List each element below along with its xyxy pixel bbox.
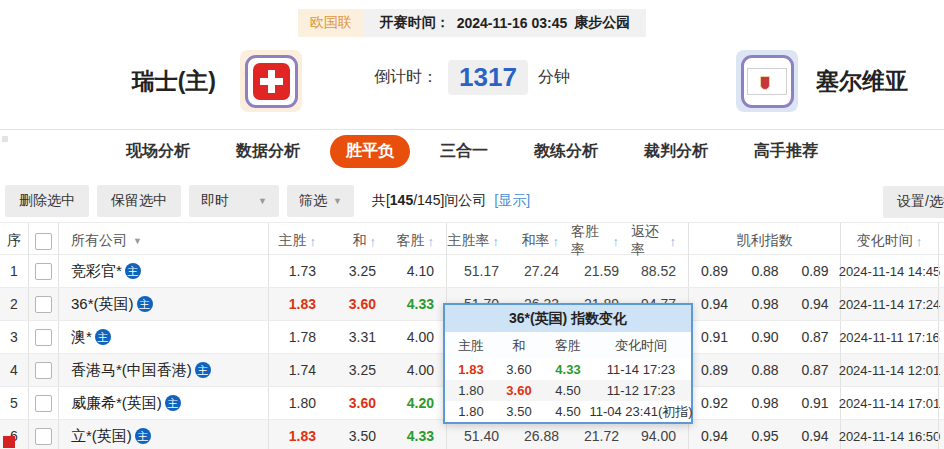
company-name: 威廉希*(英国) [71, 394, 162, 413]
odds-draw: 3.60 [328, 387, 388, 419]
header-divider [0, 129, 944, 130]
company-cell[interactable]: 竞彩官*主 [58, 255, 268, 287]
delete-selected-button[interactable]: 删除选中 [5, 185, 89, 217]
odds-away-win: 4.33 [388, 420, 446, 449]
odds-change-popup: 36*(英国) 指数变化 主胜和客胜变化时间 1.833.604.3311-14… [443, 303, 693, 424]
kelly-2: 0.98 [740, 288, 790, 320]
row-checkbox[interactable] [35, 263, 52, 280]
company-name: 香港马*(中国香港) [71, 361, 192, 380]
odds-away-win: 4.20 [388, 387, 446, 419]
row-sliver [938, 255, 944, 287]
nav-tabs: 现场分析数据分析胜平负三合一教练分析裁判分析高手推荐 [0, 133, 944, 169]
home-badge-icon: 主 [95, 329, 111, 345]
settings-button[interactable]: 设置/选择 [883, 186, 944, 218]
row-sliver [938, 354, 944, 386]
kelly-1: 0.92 [688, 387, 740, 419]
odds-draw: 3.60 [497, 362, 541, 377]
header-draw[interactable]: 和↑ [328, 223, 388, 259]
header-company[interactable]: 所有公司 ▼ [58, 223, 268, 259]
company-cell[interactable]: 36*(英国)主 [58, 288, 268, 320]
odds-home-win: 1.80 [445, 404, 497, 419]
odds-page: 欧国联 开赛时间： 2024-11-16 03:45 康步公园 瑞士(主) 倒计… [0, 0, 944, 449]
row-checkbox[interactable] [35, 296, 52, 313]
row-checkbox[interactable] [35, 428, 52, 445]
header-away-rate[interactable]: 客胜率↑ [571, 223, 631, 259]
popup-row: 1.833.604.3311-14 17:23 [445, 359, 691, 380]
header-sliver [938, 223, 944, 259]
row-checkbox-cell [28, 387, 58, 419]
caret-down-icon: ▼ [333, 196, 342, 206]
live-dropdown-label: 即时 [201, 192, 229, 210]
kelly-3: 0.91 [790, 387, 840, 419]
home-badge-icon: 主 [137, 296, 153, 312]
change-time: 2024-11-14 17:24 [840, 288, 938, 320]
return-rate: 94.00 [631, 420, 688, 449]
odds-draw: 3.60 [497, 383, 541, 398]
kelly-3: 0.94 [790, 288, 840, 320]
header-kelly: 凯利指数 [688, 223, 840, 259]
nav-tab-6[interactable]: 裁判分析 [628, 135, 724, 168]
filter-dropdown[interactable]: 筛选 ▼ [287, 185, 354, 217]
popup-change-time: 11-14 17:23 [595, 362, 687, 377]
popup-title: 36*(英国) 指数变化 [445, 305, 691, 332]
kelly-3: 0.87 [790, 321, 840, 353]
header-change-time[interactable]: 变化时间↑ [840, 223, 938, 259]
odds-home-win: 1.78 [268, 321, 328, 353]
odds-away-win: 4.50 [541, 383, 595, 398]
row-index: 5 [0, 387, 28, 419]
header-return-rate[interactable]: 返还率↑ [631, 223, 688, 259]
nav-tab-1[interactable]: 现场分析 [110, 135, 206, 168]
row-checkbox[interactable] [35, 329, 52, 346]
red-square-marker [3, 436, 15, 448]
select-all-checkbox[interactable] [35, 233, 52, 250]
sort-up-icon: ↑ [370, 234, 377, 249]
nav-tab-2[interactable]: 数据分析 [220, 135, 316, 168]
sort-up-icon: ↑ [553, 234, 560, 249]
odds-draw: 3.50 [328, 420, 388, 449]
row-checkbox-cell [28, 420, 58, 449]
nav-tab-7[interactable]: 高手推荐 [738, 135, 834, 168]
header-draw-rate[interactable]: 和率↑ [511, 223, 571, 259]
table-row: 1竞彩官*主1.733.254.1051.1727.2421.5988.520.… [0, 255, 944, 288]
header-home-win[interactable]: 主胜↑ [268, 223, 328, 259]
header-away-win[interactable]: 客胜↑ [388, 223, 446, 259]
company-count: 共[145/145]间公司 [372, 192, 486, 210]
home-badge-icon: 主 [195, 362, 211, 378]
row-index: 2 [0, 288, 28, 320]
change-time: 2024-11-14 14:45 [840, 255, 938, 287]
sort-up-icon: ↑ [670, 234, 677, 249]
company-cell[interactable]: 澳*主 [58, 321, 268, 353]
row-checkbox-cell [28, 255, 58, 287]
sort-up-icon: ↑ [613, 234, 620, 249]
live-dropdown[interactable]: 即时 ▼ [189, 185, 279, 217]
company-cell[interactable]: 威廉希*(英国)主 [58, 387, 268, 419]
show-link[interactable]: [显示] [494, 192, 530, 210]
nav-tab-3[interactable]: 胜平负 [330, 135, 410, 168]
company-cell[interactable]: 香港马*(中国香港)主 [58, 354, 268, 386]
popup-col-4: 变化时间 [595, 337, 687, 355]
company-name: 澳* [71, 328, 92, 347]
keep-selected-button[interactable]: 保留选中 [97, 185, 181, 217]
kickoff-bar: 开赛时间： 2024-11-16 03:45 康步公园 [364, 9, 647, 37]
league-badge: 欧国联 [298, 9, 364, 37]
company-cell[interactable]: 立*(英国)主 [58, 420, 268, 449]
row-checkbox[interactable] [35, 395, 52, 412]
odds-draw: 3.25 [328, 354, 388, 386]
row-checkbox[interactable] [35, 362, 52, 379]
row-sliver [938, 420, 944, 449]
teams-header: 瑞士(主) 倒计时： 1317 分钟 塞尔维亚 [0, 48, 944, 114]
toolbar: 删除选中 保留选中 即时 ▼ 筛选 ▼ 共[145/145]间公司 [显示] 设… [5, 186, 944, 216]
nav-tab-5[interactable]: 教练分析 [518, 135, 614, 168]
table-header-row: 序 所有公司 ▼ 主胜↑ 和↑ 客胜↑ 主胜率↑ 和率↑ [0, 222, 944, 255]
sort-up-icon: ↑ [310, 234, 317, 249]
header-home-rate[interactable]: 主胜率↑ [446, 223, 511, 259]
row-checkbox-cell [28, 288, 58, 320]
draw-rate: 27.24 [511, 255, 571, 287]
kelly-2: 0.98 [740, 387, 790, 419]
kelly-3: 0.94 [790, 420, 840, 449]
away-rate: 21.72 [571, 420, 631, 449]
countdown-unit: 分钟 [538, 67, 570, 88]
caret-down-icon: ▼ [133, 236, 142, 246]
nav-tab-4[interactable]: 三合一 [424, 135, 504, 168]
venue: 康步公园 [574, 14, 630, 32]
